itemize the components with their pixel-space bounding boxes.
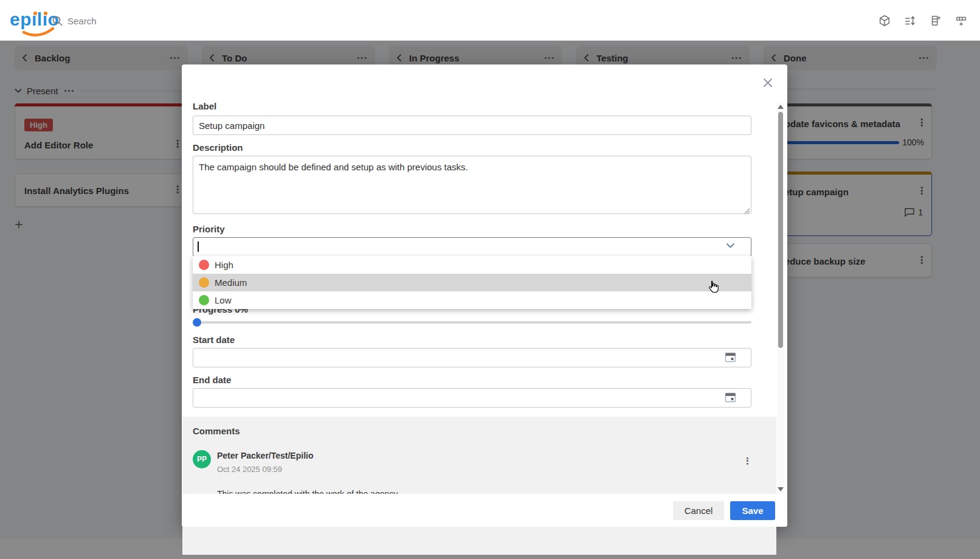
edit-task-modal: Label Description The campaign should be… xyxy=(182,64,787,527)
search-input[interactable] xyxy=(67,16,226,26)
description-textarea[interactable]: The campaign should be defined and setup… xyxy=(193,156,751,214)
end-date-label: End date xyxy=(193,375,231,385)
add-column-icon[interactable] xyxy=(927,12,945,29)
calendar-icon[interactable] xyxy=(725,392,737,404)
priority-high-dot-icon xyxy=(199,260,209,270)
modal-footer: Cancel Save xyxy=(182,494,787,527)
priority-option-high[interactable]: High xyxy=(193,256,751,274)
progress-slider[interactable] xyxy=(193,318,751,327)
modal-scrollbar[interactable] xyxy=(777,102,784,494)
start-date-label: Start date xyxy=(193,335,235,345)
app: epılıo xyxy=(0,0,980,559)
close-icon[interactable] xyxy=(762,77,774,89)
comment-menu-icon[interactable]: ⋮ xyxy=(743,456,752,467)
sort-icon[interactable] xyxy=(901,12,919,29)
description-field-label: Description xyxy=(193,142,243,153)
add-table-icon[interactable] xyxy=(952,12,970,29)
package-icon[interactable] xyxy=(875,12,894,29)
navbar-actions xyxy=(875,12,970,29)
end-date-input[interactable] xyxy=(193,388,751,408)
slider-track[interactable] xyxy=(193,321,751,324)
cancel-button[interactable]: Cancel xyxy=(673,501,724,520)
search-bar xyxy=(52,12,247,29)
comments-heading: Comments xyxy=(193,426,240,436)
save-button[interactable]: Save xyxy=(730,501,775,520)
priority-option-low[interactable]: Low xyxy=(193,291,751,309)
priority-option-medium[interactable]: Medium xyxy=(193,274,751,291)
label-field-label: Label xyxy=(193,101,216,111)
scroll-down-icon[interactable] xyxy=(778,487,784,491)
priority-field-label: Priority xyxy=(193,224,225,234)
scroll-up-icon[interactable] xyxy=(778,105,784,109)
text-caret xyxy=(198,241,199,252)
calendar-icon[interactable] xyxy=(725,352,737,364)
avatar: PP xyxy=(193,450,211,468)
priority-medium-dot-icon xyxy=(199,277,209,288)
top-navbar: epılıo xyxy=(0,0,980,41)
comment-timestamp: Oct 24 2025 09:59 xyxy=(217,465,282,474)
slider-thumb[interactable] xyxy=(193,318,201,327)
search-icon xyxy=(52,16,63,26)
label-input[interactable] xyxy=(193,116,751,135)
scrollbar-thumb[interactable] xyxy=(778,112,783,348)
comments-section: Comments PP Peter Packer/Test/Epilio Oct… xyxy=(182,417,776,555)
start-date-input[interactable] xyxy=(193,348,751,367)
comment-author: Peter Packer/Test/Epilio xyxy=(217,451,313,460)
priority-dropdown: High Medium Low xyxy=(193,256,751,309)
priority-low-dot-icon xyxy=(199,295,209,305)
priority-input[interactable] xyxy=(193,237,751,257)
